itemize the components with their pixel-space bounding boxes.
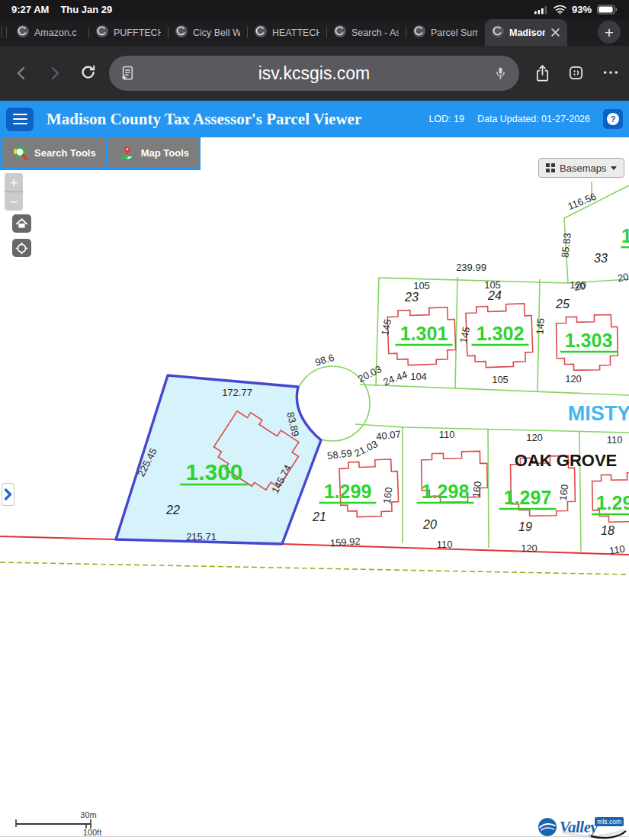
parcel-boundary-line bbox=[360, 385, 629, 395]
battery-icon bbox=[597, 5, 618, 14]
tab-label: PUFFTECH ( bbox=[114, 27, 161, 38]
microphone-icon[interactable] bbox=[493, 65, 508, 82]
dimension-label: 145 bbox=[379, 318, 393, 336]
tab[interactable]: Search - As bbox=[327, 19, 406, 46]
dimension-label: 110 bbox=[439, 429, 455, 440]
utility-dashed-line bbox=[0, 562, 629, 574]
tab-switcher-icon[interactable] bbox=[567, 64, 585, 82]
tab[interactable]: HEATTECH bbox=[248, 19, 326, 46]
tab-favicon bbox=[175, 25, 188, 40]
home-icon bbox=[16, 218, 27, 229]
dimension-label: 159.92 bbox=[329, 536, 361, 549]
street-label: OAK GROVE bbox=[515, 451, 617, 470]
lot-number: 18 bbox=[601, 524, 615, 537]
home-extent-button[interactable] bbox=[12, 214, 31, 233]
battery-percent: 93% bbox=[572, 4, 592, 15]
scale-bar: 30m 100ft bbox=[15, 807, 145, 838]
tab-favicon bbox=[334, 25, 346, 40]
parcel-number[interactable]: 1.300 bbox=[185, 459, 242, 484]
map-tools-icon bbox=[118, 145, 135, 160]
tab-bar: Amazon.cPUFFTECH (Cicy Bell WoHEATTECHSe… bbox=[0, 19, 629, 46]
tab-label: Search - As bbox=[351, 27, 399, 38]
dimension-label: 215.71 bbox=[186, 531, 217, 542]
tab-close-icon[interactable] bbox=[550, 27, 560, 37]
lot-number: 23 bbox=[404, 291, 419, 304]
dimension-label: 239.99 bbox=[456, 262, 486, 273]
tab[interactable]: Cicy Bell Wo bbox=[168, 19, 247, 46]
tab-label: Madison bbox=[509, 27, 545, 38]
tab[interactable]: Parcel Sum bbox=[406, 19, 485, 46]
dimension-label: 24.44 bbox=[382, 369, 409, 388]
parcel-number[interactable]: 1.29 bbox=[596, 492, 629, 513]
tab-strip: Amazon.cPUFFTECH (Cicy Bell WoHEATTECHSe… bbox=[10, 19, 567, 46]
dimension-label: 160 bbox=[557, 484, 570, 501]
parcel-number[interactable]: 1.302 bbox=[477, 323, 525, 344]
tab[interactable]: Madison bbox=[485, 19, 567, 46]
map-tools-label: Map Tools bbox=[141, 147, 189, 159]
parcel-boundary-line bbox=[538, 279, 540, 391]
parcel-number[interactable]: 1.303 bbox=[565, 330, 613, 351]
map-viewport[interactable]: 116.5685.83239.9910510512014514514598.62… bbox=[0, 137, 629, 840]
street-label: MISTY bbox=[568, 402, 629, 425]
forward-icon[interactable] bbox=[46, 64, 64, 82]
crosshair-icon bbox=[15, 242, 28, 255]
share-icon[interactable] bbox=[534, 64, 551, 83]
basemaps-button[interactable]: Basemaps bbox=[538, 158, 624, 178]
tab-favicon bbox=[96, 25, 108, 40]
scale-metric-label: 30m bbox=[80, 810, 96, 819]
tools-strip: Search Tools Map Tools bbox=[0, 137, 201, 170]
zoom-out-button[interactable]: − bbox=[5, 191, 23, 211]
dimension-label: 160 bbox=[381, 487, 395, 505]
watermark-swoosh bbox=[559, 827, 627, 839]
parcel-number[interactable]: 1.301 bbox=[400, 323, 448, 344]
map-tools-button[interactable]: Map Tools bbox=[108, 137, 199, 168]
dimension-label: 172.77 bbox=[222, 387, 252, 398]
url-text: isv.kcsgis.com bbox=[258, 63, 371, 84]
parcel-boundary-line bbox=[579, 432, 581, 552]
parcel-number[interactable]: 1 bbox=[621, 225, 629, 246]
dimension-label: 145 bbox=[457, 326, 472, 344]
tab-label: Amazon.c bbox=[34, 27, 77, 38]
dimension-label: 85.83 bbox=[559, 233, 573, 259]
dimension-label: 160 bbox=[470, 481, 483, 498]
address-bar[interactable]: isv.kcsgis.com bbox=[109, 56, 519, 91]
status-bar: 9:27 AM Thu Jan 29 93% bbox=[0, 0, 629, 19]
tab[interactable]: Amazon.c bbox=[10, 19, 88, 46]
help-button[interactable]: ? bbox=[603, 109, 623, 129]
parcel-number[interactable]: 1.298 bbox=[422, 481, 470, 502]
tab-favicon bbox=[413, 25, 425, 40]
lot-number: 20 bbox=[422, 518, 437, 531]
clipped-tab-edge bbox=[0, 19, 10, 46]
search-tools-button[interactable]: Search Tools bbox=[2, 137, 106, 168]
more-menu-icon[interactable] bbox=[602, 69, 619, 76]
parcel-map[interactable]: 116.5685.83239.9910510512014514514598.62… bbox=[0, 137, 629, 840]
locate-button[interactable] bbox=[12, 239, 31, 257]
tab-label: Parcel Sum bbox=[431, 27, 478, 38]
back-icon[interactable] bbox=[12, 64, 30, 82]
cellular-signal-icon bbox=[534, 5, 548, 14]
reload-icon[interactable] bbox=[79, 64, 98, 82]
tab-label: HEATTECH bbox=[272, 27, 319, 38]
lot-number: 25 bbox=[555, 298, 570, 311]
sidebar-expand-button[interactable] bbox=[2, 483, 14, 506]
tab[interactable]: PUFFTECH ( bbox=[89, 19, 168, 46]
menu-button[interactable] bbox=[6, 108, 34, 131]
lod-indicator: LOD: 19 bbox=[428, 114, 464, 124]
app-header: Madison County Tax Assessor's Parcel Vie… bbox=[0, 101, 629, 137]
dimension-label: 120 bbox=[526, 432, 543, 443]
dimension-label: 104 bbox=[410, 371, 427, 382]
parcel-number[interactable]: 1.297 bbox=[504, 487, 552, 508]
page-settings-icon[interactable] bbox=[120, 65, 134, 82]
new-tab-button[interactable]: + bbox=[598, 21, 621, 43]
data-updated: Data Updated: 01-27-2026 bbox=[477, 114, 590, 124]
dimension-label: 110 bbox=[608, 543, 626, 557]
dimension-label: 105 bbox=[413, 280, 430, 291]
parcel-number[interactable]: 1.299 bbox=[324, 481, 372, 502]
dimension-label: 110 bbox=[437, 539, 453, 550]
dimension-label: 145 bbox=[534, 317, 546, 335]
zoom-in-button[interactable]: + bbox=[5, 173, 23, 191]
help-icon: ? bbox=[607, 113, 619, 125]
valleymls-globe-icon bbox=[538, 817, 557, 837]
valleymls-suffix: mls.com bbox=[595, 817, 624, 826]
grid-icon bbox=[546, 163, 555, 172]
